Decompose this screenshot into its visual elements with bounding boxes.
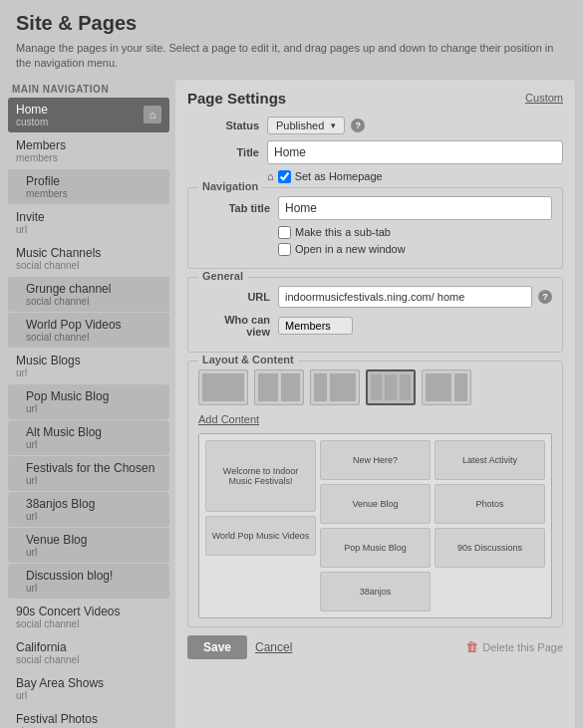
main-content: Page Settings Custom Status Published ▾ … [175, 80, 575, 728]
open-new-window-checkbox[interactable] [278, 243, 291, 256]
dropdown-arrow-icon: ▾ [331, 121, 336, 130]
sidebar-item-alt-music-blog[interactable]: Alt Music Blog url [8, 420, 169, 455]
layout-content-section: Layout & Content [187, 361, 563, 627]
settings-title: Page Settings [187, 90, 286, 107]
layout-options [198, 369, 552, 405]
preview-block-new-here[interactable]: New Here? [320, 440, 431, 480]
url-label: URL [198, 291, 278, 303]
sidebar-item-home-label: Home [16, 103, 48, 117]
set-homepage-label[interactable]: Set as Homepage [278, 170, 383, 183]
url-row: URL ? [198, 286, 552, 308]
page-description: Manage the pages in your site. Select a … [16, 41, 567, 72]
status-badge: Published ▾ [267, 117, 345, 134]
make-sub-tab-checkbox[interactable] [278, 226, 291, 239]
preview-col-right: Latest Activity Photos 90s Discussions [435, 440, 545, 611]
title-label: Title [187, 146, 267, 158]
sidebar-item-90s-concert-videos[interactable]: 90s Concert Videos social channel [8, 600, 169, 634]
layout-option-2col[interactable] [254, 369, 304, 405]
status-value: Published [276, 120, 324, 131]
url-input[interactable] [278, 286, 532, 308]
sidebar-item-invite[interactable]: Invite url [8, 205, 169, 240]
open-new-window-label[interactable]: Open in a new window [278, 243, 552, 256]
sidebar-item-music-blogs[interactable]: Music Blogs url [8, 349, 169, 383]
url-help-icon[interactable]: ? [538, 290, 552, 304]
layout-option-3col[interactable] [366, 369, 416, 405]
preview-block-photos[interactable]: Photos [435, 484, 545, 524]
save-button[interactable]: Save [187, 635, 247, 659]
new-window-row: Open in a new window [198, 243, 552, 256]
navigation-section-title: Navigation [198, 180, 262, 192]
sidebar-item-home-sub: custom [16, 117, 48, 127]
general-section-title: General [198, 270, 247, 282]
content-header: Page Settings Custom [187, 90, 563, 107]
sidebar-item-38anjos-blog[interactable]: 38anjos Blog url [8, 492, 169, 527]
status-label: Status [187, 120, 267, 131]
make-sub-tab-label[interactable]: Make this a sub-tab [278, 226, 552, 239]
add-content-button[interactable]: Add Content [198, 413, 259, 425]
preview-block-latest-activity[interactable]: Latest Activity [435, 440, 545, 480]
sidebar: MAIN NAVIGATION Home custom ⌂ Members me… [8, 80, 169, 728]
layout-option-2col-wide-left[interactable] [422, 369, 471, 405]
sub-tab-row: Make this a sub-tab [198, 226, 552, 239]
who-can-view-select[interactable]: Members Everyone Admins [278, 317, 353, 335]
sidebar-item-discussion-blog[interactable]: Discussion blog! url [8, 564, 169, 599]
sidebar-item-pop-music-blog[interactable]: Pop Music Blog url [8, 384, 169, 419]
title-row: Title [187, 140, 563, 164]
form-footer: Save Cancel 🗑 Delete this Page [187, 635, 563, 659]
preview-col-mid: New Here? Venue Blog Pop Music Blog 38an… [320, 440, 431, 611]
layout-option-2col-right[interactable] [310, 369, 360, 405]
set-homepage-checkbox[interactable] [278, 170, 291, 183]
sidebar-item-grunge-channel[interactable]: Grunge channel social channel [8, 277, 169, 312]
page-title: Site & Pages [16, 12, 567, 35]
preview-block-world-pop[interactable]: World Pop Music Videos [205, 516, 316, 556]
home-icon: ⌂ [144, 106, 161, 123]
layout-section-title: Layout & Content [198, 354, 298, 365]
sidebar-item-home[interactable]: Home custom ⌂ [8, 98, 169, 132]
sidebar-item-profile[interactable]: Profile members [8, 169, 169, 204]
help-icon[interactable]: ? [351, 119, 365, 132]
title-input[interactable] [267, 140, 563, 164]
sidebar-item-festivals-chosen[interactable]: Festivals for the Chosen url [8, 456, 169, 491]
who-can-view-label: Who can view [198, 314, 278, 338]
layout-option-1col[interactable] [198, 369, 248, 405]
preview-block-38anjos[interactable]: 38anjos [320, 572, 431, 611]
preview-block-90s-discussions[interactable]: 90s Discussions [435, 528, 545, 568]
sidebar-item-venue-blog[interactable]: Venue Blog url [8, 528, 169, 563]
status-select-wrap: Published ▾ ? [267, 117, 365, 134]
sidebar-item-world-pop-videos[interactable]: World Pop Videos social channel [8, 313, 169, 348]
home-small-icon: ⌂ [267, 170, 274, 182]
preview-block-pop-music-blog[interactable]: Pop Music Blog [320, 528, 431, 568]
preview-block-venue-blog[interactable]: Venue Blog [320, 484, 431, 524]
page-preview: Welcome to Indoor Music Festivals! World… [198, 433, 552, 618]
sidebar-section-label: MAIN NAVIGATION [8, 80, 169, 98]
sidebar-item-festival-photos[interactable]: Festival Photos photos [8, 707, 169, 728]
preview-block-welcome[interactable]: Welcome to Indoor Music Festivals! [205, 440, 316, 512]
tab-title-row: Tab title [198, 196, 552, 220]
sidebar-item-music-channels[interactable]: Music Channels social channel [8, 241, 169, 276]
page-header: Site & Pages Manage the pages in your si… [0, 0, 583, 80]
trash-icon: 🗑 [465, 639, 478, 654]
who-can-view-row: Who can view Members Everyone Admins [198, 314, 552, 338]
general-section: General URL ? Who can view Members Every… [187, 277, 563, 353]
tab-title-input[interactable] [278, 196, 552, 220]
cancel-button[interactable]: Cancel [255, 640, 292, 654]
navigation-section: Navigation Tab title Make this a sub-tab… [187, 187, 563, 269]
sidebar-item-members[interactable]: Members members [8, 133, 169, 168]
status-row: Status Published ▾ ? [187, 117, 563, 134]
sidebar-item-bay-area-shows[interactable]: Bay Area Shows url [8, 671, 169, 706]
preview-col-left: Welcome to Indoor Music Festivals! World… [205, 440, 316, 611]
delete-page-link[interactable]: 🗑 Delete this Page [465, 639, 563, 654]
tab-title-label: Tab title [198, 202, 278, 214]
custom-link[interactable]: Custom [525, 92, 563, 104]
sidebar-item-california-festivals[interactable]: California social channel [8, 635, 169, 670]
